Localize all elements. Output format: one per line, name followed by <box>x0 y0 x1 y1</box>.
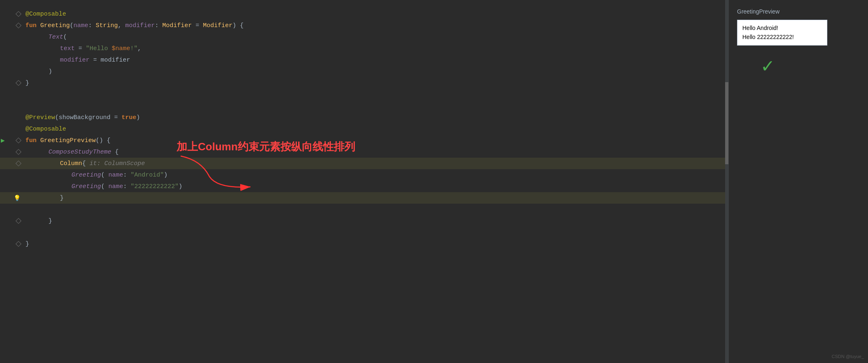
code-token: } <box>25 241 29 248</box>
code-line-2: fun Greeting(name: String, modifier: Mod… <box>0 20 728 31</box>
code-token: ( <box>101 172 108 179</box>
code-line-8 <box>0 89 728 100</box>
code-token: name <box>108 172 123 179</box>
code-token: { <box>82 160 90 167</box>
code-token: : <box>123 183 131 190</box>
code-token: Greeting <box>40 22 70 29</box>
code-token: name <box>73 22 88 29</box>
code-token: name <box>108 183 123 190</box>
code-token: "22222222222" <box>131 183 179 190</box>
code-token: ) <box>136 114 140 121</box>
code-line-7: } <box>0 77 728 89</box>
code-token: } <box>25 80 29 87</box>
code-line-16: Greeting( name: "22222222222") <box>0 181 728 192</box>
gutter-17: 💡 <box>8 195 21 202</box>
fold-icon[interactable] <box>16 23 21 28</box>
code-token: = <box>75 45 86 52</box>
code-token: Modifier <box>162 22 192 29</box>
code-line-11: @Composable <box>0 123 728 135</box>
code-line-6: ) <box>0 66 728 77</box>
code-line-5: modifier = modifier <box>0 54 728 66</box>
code-token: text <box>60 45 75 52</box>
fold-icon[interactable] <box>16 241 21 247</box>
code-token: , <box>118 22 125 29</box>
code-line-17: 💡} <box>0 192 728 204</box>
code-token: it: ColumnScope <box>90 160 145 167</box>
code-token: ( <box>70 22 73 29</box>
code-token: ( <box>101 183 108 190</box>
code-token: () { <box>96 137 110 144</box>
code-token: modifier <box>60 57 90 64</box>
code-token: !" <box>130 45 138 52</box>
fold-arrow-icon: ▶ <box>1 136 5 145</box>
code-line-15: Greeting( name: "Android") <box>0 169 728 181</box>
scrollbar-thumb[interactable] <box>725 82 728 164</box>
code-token: (showBackground = <box>55 114 122 121</box>
code-token: fun <box>25 137 40 144</box>
code-line-1: @Composable <box>0 8 728 20</box>
code-token: true <box>122 114 136 121</box>
code-token: fun <box>25 22 40 29</box>
preview-line-1: Hello Android! <box>742 23 822 32</box>
code-line-21: } <box>0 238 728 250</box>
code-line-9 <box>0 100 728 112</box>
code-line-10: @Preview(showBackground = true) <box>0 112 728 123</box>
code-token: = <box>192 22 203 29</box>
code-token: String <box>96 22 118 29</box>
code-token: : <box>155 22 162 29</box>
fold-icon[interactable] <box>16 138 21 143</box>
code-token: modifier <box>125 22 155 29</box>
preview-line-2: Hello 22222222222! <box>742 32 822 41</box>
code-token: Greeting <box>71 172 101 179</box>
code-token: Text <box>48 34 63 41</box>
preview-title: GreetingPreview <box>737 8 860 15</box>
code-token: } <box>60 195 64 202</box>
preview-panel: GreetingPreview Hello Android! Hello 222… <box>728 0 868 363</box>
gutter-14 <box>8 161 21 165</box>
code-token: , <box>138 45 141 52</box>
watermark: CSDN @tuyue_ <box>832 354 864 359</box>
code-token: Column <box>60 160 82 167</box>
code-line-3: Text( <box>0 31 728 43</box>
annotation-overlay: 加上Column约束元素按纵向线性排列 <box>177 140 355 154</box>
code-token: = modifier <box>90 57 130 64</box>
code-line-12: ▶fun GreetingPreview() { <box>0 135 728 146</box>
code-line-18 <box>0 204 728 215</box>
gutter-7 <box>8 81 21 85</box>
checkmark-icon: ✓ <box>762 54 860 78</box>
gutter-19 <box>8 219 21 223</box>
code-token: Greeting <box>71 183 101 190</box>
fold-icon[interactable] <box>16 80 21 86</box>
code-token: : <box>88 22 96 29</box>
gutter-12: ▶ <box>8 138 21 142</box>
gutter-21 <box>8 242 21 246</box>
preview-box: Hello Android! Hello 22222222222! <box>737 20 827 46</box>
code-token: @Composable <box>25 11 66 18</box>
bulb-icon[interactable]: 💡 <box>14 195 21 202</box>
code-token: { <box>111 149 119 156</box>
circle-icon[interactable] <box>16 149 21 155</box>
code-token: @Preview <box>25 114 55 121</box>
gutter-1 <box>8 12 21 16</box>
fold-icon[interactable] <box>16 11 21 17</box>
code-token: ) <box>164 172 168 179</box>
gutter-13 <box>8 150 21 154</box>
code-token: Modifier <box>203 22 232 29</box>
code-token: ( <box>63 34 67 41</box>
code-line-4: text = "Hello $name!", <box>0 43 728 54</box>
code-editor: @Composablefun Greeting(name: String, mo… <box>0 0 728 363</box>
circle-icon[interactable] <box>16 218 21 224</box>
annotation-arrow <box>177 152 292 193</box>
code-token: ComposeStudyTheme <box>48 149 111 156</box>
code-token: "Android" <box>131 172 164 179</box>
code-line-14: Column{ it: ColumnScope <box>0 158 728 169</box>
circle-icon[interactable] <box>16 161 21 166</box>
code-line-20 <box>0 227 728 238</box>
scrollbar[interactable] <box>725 0 728 363</box>
code-token: ) { <box>232 22 243 29</box>
code-token: : <box>123 172 131 179</box>
code-token: "Hello <box>86 45 112 52</box>
code-line-13: ComposeStudyTheme { <box>0 146 728 158</box>
code-token: ) <box>48 68 52 75</box>
code-token: @Composable <box>25 126 66 133</box>
